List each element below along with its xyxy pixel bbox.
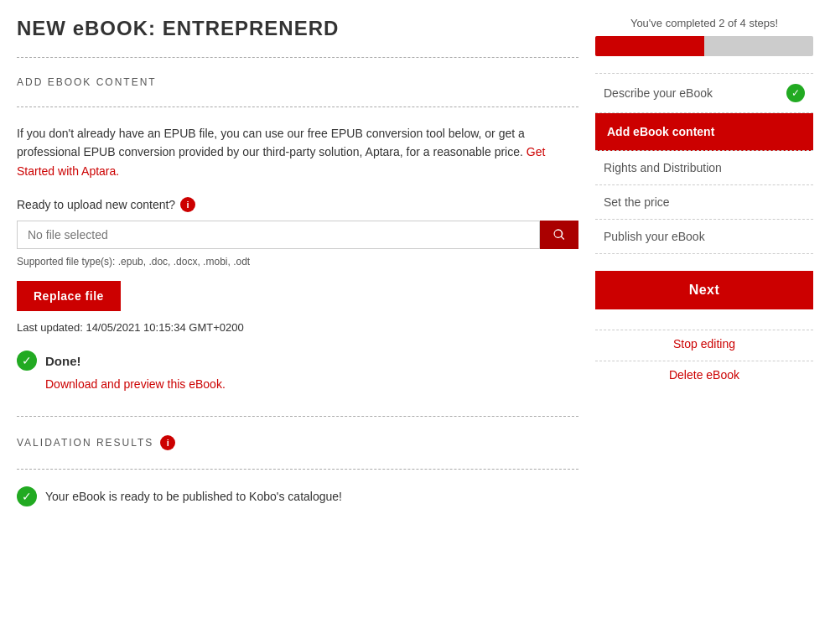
page-title: NEW eBOOK: ENTREPRENERD xyxy=(17,17,578,40)
sidebar: You've completed 2 of 4 steps! Describe … xyxy=(595,17,813,627)
step-describe-check-icon: ✓ xyxy=(786,84,805,102)
stop-editing-link[interactable]: Stop editing xyxy=(595,337,813,351)
divider-validation-bottom xyxy=(17,469,578,470)
validation-info-icon[interactable]: i xyxy=(160,435,175,450)
sidebar-divider-stop xyxy=(595,330,813,330)
file-search-button[interactable] xyxy=(540,221,578,249)
sidebar-steps: Describe your eBook ✓ Add eBook content … xyxy=(595,73,813,254)
file-input-row xyxy=(17,221,578,249)
validation-result-row: ✓ Your eBook is ready to be published to… xyxy=(17,486,578,506)
validation-header-row: VALIDATION RESULTS i xyxy=(17,427,578,459)
sidebar-step-describe-label: Describe your eBook xyxy=(604,86,713,100)
progress-bar-fill xyxy=(595,36,704,56)
progress-bar-container xyxy=(595,36,813,56)
delete-ebook-link[interactable]: Delete eBook xyxy=(595,368,813,382)
sidebar-step-price-label: Set the price xyxy=(604,195,670,209)
supported-files-text: Supported file type(s): .epub, .doc, .do… xyxy=(17,256,578,267)
done-check-icon: ✓ xyxy=(17,351,37,371)
main-content: NEW eBOOK: ENTREPRENERD ADD eBOOK CONTEN… xyxy=(17,17,578,627)
download-preview-link[interactable]: Download and preview this eBook. xyxy=(45,377,226,391)
sidebar-step-add-content-label: Add eBook content xyxy=(607,125,714,138)
sidebar-step-rights[interactable]: Rights and Distribution xyxy=(595,151,813,185)
file-input[interactable] xyxy=(17,221,540,249)
sidebar-step-publish[interactable]: Publish your eBook xyxy=(595,220,813,254)
divider-top xyxy=(17,57,578,58)
done-text: Done! xyxy=(45,354,81,368)
sidebar-step-rights-label: Rights and Distribution xyxy=(604,161,722,174)
divider-validation-top xyxy=(17,416,578,417)
sidebar-step-publish-label: Publish your eBook xyxy=(604,230,705,243)
done-row: ✓ Done! xyxy=(17,351,578,371)
sidebar-step-add-content[interactable]: Add eBook content xyxy=(595,113,813,151)
section-add-content-header: ADD eBOOK CONTENT xyxy=(17,68,578,96)
last-updated-text: Last updated: 14/05/2021 10:15:34 GMT+02… xyxy=(17,321,578,334)
validation-section-header: VALIDATION RESULTS xyxy=(17,437,153,449)
description-text: If you don't already have an EPUB file, … xyxy=(17,124,578,180)
validation-check-icon: ✓ xyxy=(17,486,37,506)
validation-result-text: Your eBook is ready to be published to K… xyxy=(45,490,342,503)
divider-after-header xyxy=(17,106,578,107)
upload-info-icon[interactable]: i xyxy=(180,197,195,212)
sidebar-step-describe[interactable]: Describe your eBook ✓ xyxy=(595,73,813,113)
progress-label: You've completed 2 of 4 steps! xyxy=(595,17,813,29)
upload-label: Ready to upload new content? i xyxy=(17,197,578,212)
search-icon xyxy=(552,228,566,242)
next-button[interactable]: Next xyxy=(595,271,813,309)
replace-file-button[interactable]: Replace file xyxy=(17,281,121,311)
sidebar-divider-delete xyxy=(595,361,813,361)
sidebar-step-price[interactable]: Set the price xyxy=(595,185,813,220)
